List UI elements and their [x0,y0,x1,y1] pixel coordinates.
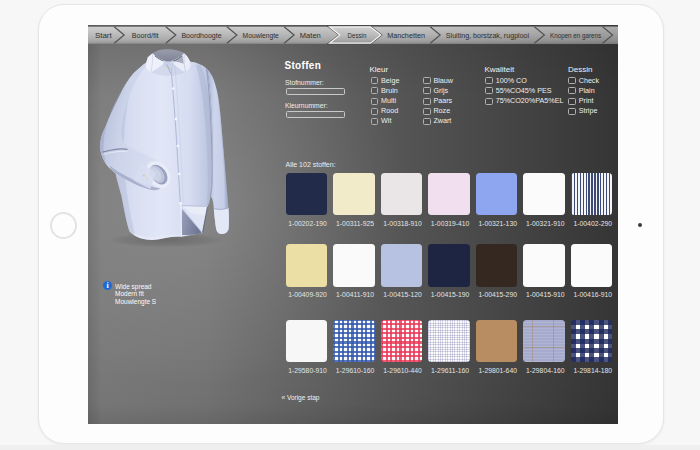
svg-text:Maten: Maten [300,32,321,39]
svg-text:Manchetten: Manchetten [387,32,425,39]
svg-text:Sluiting, borstzak, rugplooi: Sluiting, borstzak, rugplooi [446,32,530,40]
svg-text:Start: Start [95,32,112,39]
svg-text:Dessin: Dessin [348,32,367,39]
svg-text:Boordhoogte: Boordhoogte [181,32,221,40]
svg-text:Boord/fit: Boord/fit [132,32,159,39]
svg-text:Knopen en garens: Knopen en garens [550,32,602,40]
svg-text:Mouwlengte: Mouwlengte [243,32,279,40]
